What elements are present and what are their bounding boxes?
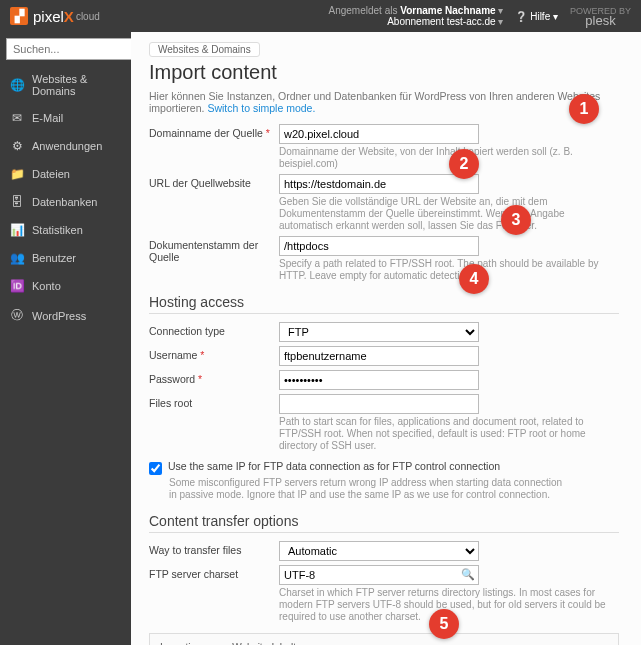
switch-mode-link[interactable]: Switch to simple mode. — [207, 102, 315, 114]
conn-type-label: Connection type — [149, 322, 279, 342]
nav-files-icon: 📁 — [10, 167, 24, 181]
nav-account-icon: 🆔 — [10, 279, 24, 293]
password-input[interactable] — [279, 370, 479, 390]
nav-websites[interactable]: 🌐Websites & Domains — [0, 66, 131, 104]
nav-email[interactable]: ✉E-Mail — [0, 104, 131, 132]
charset-input[interactable] — [279, 565, 479, 585]
docroot-help: Specify a path related to FTP/SSH root. … — [279, 258, 619, 282]
domain-label: Domainname der Quelle — [149, 127, 263, 139]
sub-value: test-acc.de — [447, 16, 496, 27]
annotation-1: 1 — [569, 94, 599, 124]
nav-stats-icon: 📊 — [10, 223, 24, 237]
docroot-label: Dokumentenstamm der Quelle — [149, 236, 279, 282]
files-root-input[interactable] — [279, 394, 479, 414]
powered-by: POWERED BY plesk — [570, 7, 631, 25]
nav-label: Benutzer — [32, 252, 76, 264]
nav-account[interactable]: 🆔Konto — [0, 272, 131, 300]
logo-text-2: X — [64, 8, 74, 25]
nav-label: Anwendungen — [32, 140, 102, 152]
nav-users[interactable]: 👥Benutzer — [0, 244, 131, 272]
nav-label: Konto — [32, 280, 61, 292]
username-label: Username — [149, 349, 197, 361]
nav-wp-icon: ⓦ — [10, 307, 24, 324]
way-select[interactable]: Automatic — [279, 541, 479, 561]
nav-stats[interactable]: 📊Statistiken — [0, 216, 131, 244]
logo-text-3: cloud — [76, 11, 100, 22]
way-label: Way to transfer files — [149, 541, 279, 561]
domain-input[interactable] — [279, 124, 479, 144]
password-label: Password — [149, 373, 195, 385]
url-label: URL der Quellwebsite — [149, 174, 279, 232]
nav-label: WordPress — [32, 310, 86, 322]
nav-label: Statistiken — [32, 224, 83, 236]
charset-label: FTP server charset — [149, 565, 279, 623]
username-input[interactable] — [279, 346, 479, 366]
same-ip-checkbox[interactable] — [149, 462, 162, 475]
sub-label: Abonnement — [387, 16, 444, 27]
annotation-3: 3 — [501, 205, 531, 235]
nav-label: E-Mail — [32, 112, 63, 124]
nav-apps[interactable]: ⚙Anwendungen — [0, 132, 131, 160]
same-ip-label: Use the same IP for FTP data connection … — [168, 460, 500, 475]
nav-label: Dateien — [32, 168, 70, 180]
account-info[interactable]: Angemeldet als Vorname Nachname ▾ Abonne… — [329, 5, 504, 27]
files-root-help: Path to start scan for files, applicatio… — [279, 416, 619, 452]
transfer-heading: Content transfer options — [149, 513, 619, 533]
nav-wp[interactable]: ⓦWordPress — [0, 300, 131, 331]
logo-mark-icon: ▞ — [10, 7, 28, 25]
nav-email-icon: ✉ — [10, 111, 24, 125]
same-ip-help: Some misconfigured FTP servers return wr… — [169, 477, 569, 501]
nav-users-icon: 👥 — [10, 251, 24, 265]
help-menu[interactable]: ❔ Hilfe ▾ — [515, 11, 558, 22]
topbar: ▞ pixelX cloud Angemeldet als Vorname Na… — [0, 0, 641, 32]
url-input[interactable] — [279, 174, 479, 194]
page-title: Import content — [149, 61, 619, 84]
nav-apps-icon: ⚙ — [10, 139, 24, 153]
annotation-4: 4 — [459, 264, 489, 294]
annotation-2: 2 — [449, 149, 479, 179]
nav-db[interactable]: 🗄Datenbanken — [0, 188, 131, 216]
logo[interactable]: ▞ pixelX cloud — [10, 7, 100, 25]
logged-in-label: Angemeldet als — [329, 5, 398, 16]
intro-text: Hier können Sie Instanzen, Ordner und Da… — [149, 90, 619, 114]
username: Vorname Nachname — [400, 5, 495, 16]
nav-db-icon: 🗄 — [10, 195, 24, 209]
nav-files[interactable]: 📁Dateien — [0, 160, 131, 188]
conn-type-select[interactable]: FTP — [279, 322, 479, 342]
sidebar: 🔍 🌐Websites & Domains✉E-Mail⚙Anwendungen… — [0, 32, 131, 645]
content-area: Websites & Domains Import content Hier k… — [131, 32, 641, 645]
docroot-input[interactable] — [279, 236, 479, 256]
annotation-5: 5 — [429, 609, 459, 639]
nav-label: Datenbanken — [32, 196, 97, 208]
hosting-heading: Hosting access — [149, 294, 619, 314]
nav-label: Websites & Domains — [32, 73, 121, 97]
logo-text-1: pixel — [33, 8, 64, 25]
import-info-box: Importieren von Website-Inhalt: WordPres… — [149, 633, 619, 645]
files-root-label: Files root — [149, 394, 279, 452]
breadcrumb[interactable]: Websites & Domains — [149, 42, 260, 57]
nav-websites-icon: 🌐 — [10, 78, 24, 92]
url-help: Geben Sie die vollständige URL der Websi… — [279, 196, 619, 232]
